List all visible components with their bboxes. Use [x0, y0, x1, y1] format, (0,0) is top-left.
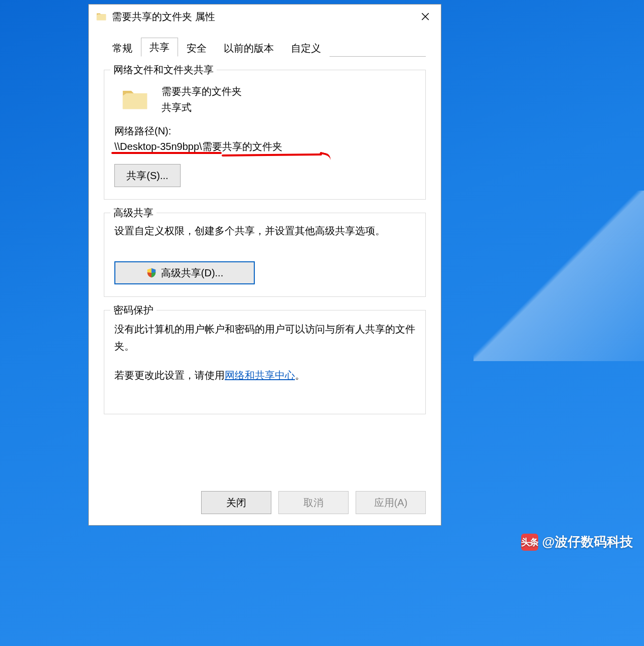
password-protection-text: 没有此计算机的用户帐户和密码的用户可以访问与所有人共享的文件夹。	[114, 320, 415, 355]
annotation-underline	[111, 152, 222, 154]
watermark: 头条 @波仔数码科技	[521, 533, 633, 551]
close-dialog-button[interactable]: 关闭	[201, 491, 271, 514]
tab-bar: 常规 共享 安全 以前的版本 自定义	[104, 38, 426, 57]
titlebar: 需要共享的文件夹 属性	[89, 5, 441, 29]
network-sharing-center-link[interactable]: 网络和共享中心	[225, 370, 295, 381]
password-hint-suffix: 。	[295, 370, 305, 381]
annotation-underline-2	[222, 153, 322, 156]
folder-icon-large	[120, 85, 149, 114]
dialog-content: 常规 共享 安全 以前的版本 自定义 网络文件和文件夹共享 需要共享的文件夹	[89, 29, 441, 491]
group-password-protection-legend: 密码保护	[110, 303, 156, 317]
shared-folder-name: 需要共享的文件夹	[162, 83, 242, 99]
apply-button: 应用(A)	[356, 491, 426, 514]
watermark-badge: 头条	[521, 534, 538, 551]
tab-sharing[interactable]: 共享	[141, 38, 178, 57]
uac-shield-icon	[146, 267, 157, 278]
advanced-share-button-label: 高级共享(D)...	[161, 266, 223, 280]
watermark-text: @波仔数码科技	[542, 533, 633, 551]
folder-icon	[96, 11, 107, 22]
tab-previous-versions[interactable]: 以前的版本	[215, 40, 282, 57]
group-advanced-share-legend: 高级共享	[110, 206, 156, 220]
share-button[interactable]: 共享(S)...	[114, 164, 181, 187]
close-button[interactable]	[414, 9, 437, 25]
window-title: 需要共享的文件夹 属性	[112, 10, 414, 24]
network-path-row: \\Desktop-35n9bpp\需要共享的文件夹	[114, 138, 415, 155]
password-protection-hint: 若要更改此设置，请使用网络和共享中心。	[114, 367, 415, 384]
password-hint-prefix: 若要更改此设置，请使用	[114, 370, 225, 381]
close-icon	[421, 12, 430, 21]
desktop-accent	[473, 191, 644, 361]
network-path-label: 网络路径(N):	[114, 124, 415, 138]
group-advanced-share: 高级共享 设置自定义权限，创建多个共享，并设置其他高级共享选项。 高级共享(D)…	[104, 213, 426, 297]
shared-folder-text: 需要共享的文件夹 共享式	[162, 83, 242, 115]
dialog-button-bar: 关闭 取消 应用(A)	[89, 491, 441, 525]
cancel-button: 取消	[278, 491, 349, 514]
group-password-protection: 密码保护 没有此计算机的用户帐户和密码的用户可以访问与所有人共享的文件夹。 若要…	[104, 310, 426, 414]
annotation-underline-tail	[318, 151, 332, 161]
advanced-share-button[interactable]: 高级共享(D)...	[114, 261, 255, 284]
group-network-share-legend: 网络文件和文件夹共享	[110, 63, 217, 77]
shared-folder-row: 需要共享的文件夹 共享式	[120, 83, 415, 115]
network-path-value: \\Desktop-35n9bpp\需要共享的文件夹	[114, 140, 282, 153]
group-network-share: 网络文件和文件夹共享 需要共享的文件夹 共享式 网络路径(N): \\Deskt…	[104, 70, 426, 200]
shared-folder-status: 共享式	[162, 99, 242, 115]
tab-security[interactable]: 安全	[178, 40, 215, 57]
properties-dialog: 需要共享的文件夹 属性 常规 共享 安全 以前的版本 自定义 网络文件和文件夹共…	[88, 4, 441, 526]
tab-general[interactable]: 常规	[104, 40, 141, 57]
advanced-share-description: 设置自定义权限，创建多个共享，并设置其他高级共享选项。	[114, 223, 415, 238]
tab-customize[interactable]: 自定义	[282, 40, 330, 57]
